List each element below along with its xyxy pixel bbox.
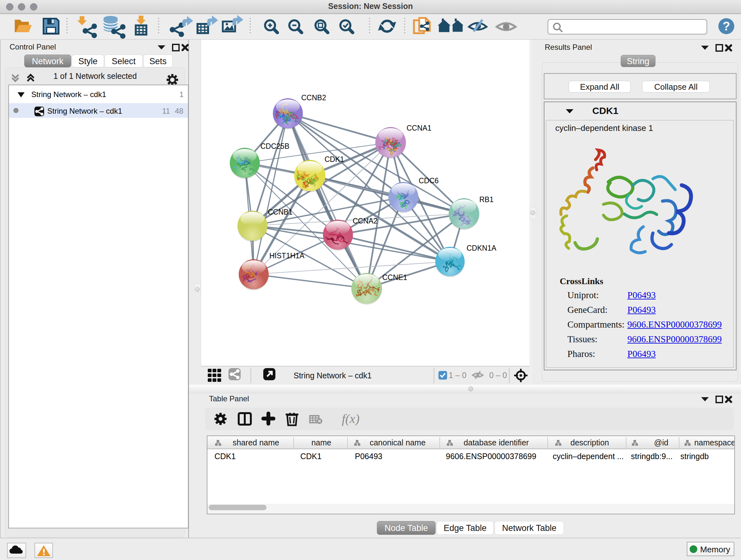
svg-text:namespace: namespace bbox=[694, 438, 734, 447]
svg-text:CCNE1: CCNE1 bbox=[382, 273, 407, 282]
svg-text:description: description bbox=[570, 438, 609, 447]
svg-text:CCNA2: CCNA2 bbox=[353, 217, 378, 225]
svg-text:CDC6: CDC6 bbox=[419, 177, 439, 185]
svg-text:shared name: shared name bbox=[232, 438, 279, 447]
svg-text:String Network – cdk1: String Network – cdk1 bbox=[293, 371, 372, 380]
svg-text:HIST1H1A: HIST1H1A bbox=[269, 252, 305, 260]
svg-text:CCNA1: CCNA1 bbox=[407, 124, 431, 132]
svg-text:database identifier: database identifier bbox=[464, 438, 529, 447]
svg-text:RB1: RB1 bbox=[479, 195, 494, 204]
svg-text:CDC25B: CDC25B bbox=[260, 142, 289, 150]
svg-text:CCNB2: CCNB2 bbox=[301, 94, 326, 102]
svg-text:CCNB1: CCNB1 bbox=[268, 208, 293, 216]
svg-text:name: name bbox=[312, 438, 332, 447]
svg-text:canonical name: canonical name bbox=[369, 438, 425, 447]
svg-text:f(x): f(x) bbox=[342, 412, 360, 426]
svg-text:0 – 0: 0 – 0 bbox=[489, 371, 507, 380]
svg-text:CDKN1A: CDKN1A bbox=[467, 244, 496, 252]
svg-text:?: ? bbox=[723, 19, 730, 33]
svg-text:@id: @id bbox=[654, 438, 669, 447]
svg-text:1 – 0: 1 – 0 bbox=[449, 371, 467, 380]
svg-text:CDK1: CDK1 bbox=[325, 155, 344, 164]
